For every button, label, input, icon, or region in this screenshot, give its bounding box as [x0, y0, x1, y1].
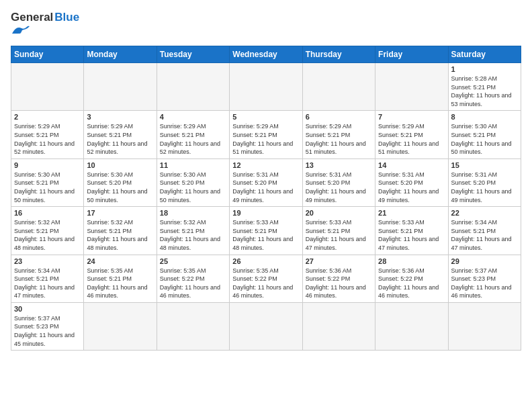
day-info: Sunrise: 5:31 AMSunset: 5:20 PMDaylight:… — [306, 171, 372, 204]
calendar-day: 16Sunrise: 5:32 AMSunset: 5:21 PMDayligh… — [11, 207, 84, 255]
day-number: 11 — [160, 161, 226, 169]
logo-bird-icon — [11, 24, 31, 39]
day-info: Sunrise: 5:30 AMSunset: 5:21 PMDaylight:… — [14, 171, 81, 204]
calendar-day: 30Sunrise: 5:37 AMSunset: 5:23 PMDayligh… — [11, 302, 84, 350]
calendar-day: 8Sunrise: 5:30 AMSunset: 5:21 PMDaylight… — [448, 111, 521, 158]
day-info: Sunrise: 5:37 AMSunset: 5:23 PMDaylight:… — [14, 314, 81, 348]
calendar-day — [11, 63, 84, 111]
calendar-day: 11Sunrise: 5:30 AMSunset: 5:20 PMDayligh… — [157, 158, 229, 206]
day-info: Sunrise: 5:35 AMSunset: 5:21 PMDaylight:… — [87, 267, 153, 300]
day-number: 22 — [451, 209, 518, 217]
day-number: 3 — [87, 113, 153, 121]
day-info: Sunrise: 5:28 AMSunset: 5:21 PMDaylight:… — [451, 75, 518, 108]
calendar-day: 4Sunrise: 5:29 AMSunset: 5:21 PMDaylight… — [157, 111, 229, 158]
day-number: 23 — [14, 257, 81, 265]
day-info: Sunrise: 5:33 AMSunset: 5:21 PMDaylight:… — [378, 218, 445, 252]
day-number: 19 — [232, 209, 299, 217]
day-number: 14 — [378, 161, 445, 169]
day-number: 24 — [87, 257, 153, 265]
calendar-day: 24Sunrise: 5:35 AMSunset: 5:21 PMDayligh… — [84, 255, 157, 302]
day-info: Sunrise: 5:34 AMSunset: 5:21 PMDaylight:… — [451, 218, 518, 252]
day-number: 29 — [451, 257, 518, 265]
header: General Blue — [11, 11, 521, 39]
day-number: 10 — [87, 161, 153, 169]
weekday-header-friday: Friday — [375, 46, 448, 63]
calendar-day: 27Sunrise: 5:36 AMSunset: 5:22 PMDayligh… — [302, 255, 375, 302]
day-number: 15 — [451, 161, 518, 169]
day-info: Sunrise: 5:31 AMSunset: 5:20 PMDaylight:… — [232, 171, 299, 204]
weekday-header-sunday: Sunday — [11, 46, 84, 63]
calendar-day — [157, 302, 229, 350]
day-number: 5 — [232, 113, 299, 121]
calendar-day: 23Sunrise: 5:34 AMSunset: 5:21 PMDayligh… — [11, 255, 84, 302]
calendar-day: 29Sunrise: 5:37 AMSunset: 5:23 PMDayligh… — [448, 255, 521, 302]
day-info: Sunrise: 5:34 AMSunset: 5:21 PMDaylight:… — [14, 267, 81, 300]
calendar-day: 19Sunrise: 5:33 AMSunset: 5:21 PMDayligh… — [230, 207, 302, 255]
day-number: 20 — [306, 209, 372, 217]
calendar-day: 3Sunrise: 5:29 AMSunset: 5:21 PMDaylight… — [84, 111, 157, 158]
calendar-day: 13Sunrise: 5:31 AMSunset: 5:20 PMDayligh… — [302, 158, 375, 206]
calendar-day: 14Sunrise: 5:31 AMSunset: 5:20 PMDayligh… — [375, 158, 448, 206]
day-info: Sunrise: 5:29 AMSunset: 5:21 PMDaylight:… — [14, 122, 81, 156]
calendar-day: 1Sunrise: 5:28 AMSunset: 5:21 PMDaylight… — [448, 63, 521, 111]
day-info: Sunrise: 5:33 AMSunset: 5:21 PMDaylight:… — [232, 218, 299, 252]
day-number: 7 — [378, 113, 445, 121]
calendar-day: 5Sunrise: 5:29 AMSunset: 5:21 PMDaylight… — [230, 111, 302, 158]
day-info: Sunrise: 5:29 AMSunset: 5:21 PMDaylight:… — [87, 122, 153, 156]
day-number: 18 — [160, 209, 226, 217]
day-number: 21 — [378, 209, 445, 217]
calendar-day: 7Sunrise: 5:29 AMSunset: 5:21 PMDaylight… — [375, 111, 448, 158]
day-info: Sunrise: 5:35 AMSunset: 5:22 PMDaylight:… — [160, 267, 226, 300]
calendar-day: 21Sunrise: 5:33 AMSunset: 5:21 PMDayligh… — [375, 207, 448, 255]
calendar-day — [84, 63, 157, 111]
day-info: Sunrise: 5:29 AMSunset: 5:21 PMDaylight:… — [232, 122, 299, 156]
calendar-day: 2Sunrise: 5:29 AMSunset: 5:21 PMDaylight… — [11, 111, 84, 158]
logo: General Blue — [11, 11, 79, 39]
weekday-header-tuesday: Tuesday — [157, 46, 229, 63]
logo-general: General — [11, 11, 53, 24]
day-number: 13 — [306, 161, 372, 169]
day-info: Sunrise: 5:37 AMSunset: 5:23 PMDaylight:… — [451, 267, 518, 300]
day-info: Sunrise: 5:36 AMSunset: 5:22 PMDaylight:… — [378, 267, 445, 300]
calendar-day: 22Sunrise: 5:34 AMSunset: 5:21 PMDayligh… — [448, 207, 521, 255]
calendar-day — [375, 302, 448, 350]
calendar-day: 6Sunrise: 5:29 AMSunset: 5:21 PMDaylight… — [302, 111, 375, 158]
day-number: 4 — [160, 113, 226, 121]
calendar-day: 20Sunrise: 5:33 AMSunset: 5:21 PMDayligh… — [302, 207, 375, 255]
calendar-day: 28Sunrise: 5:36 AMSunset: 5:22 PMDayligh… — [375, 255, 448, 302]
calendar-day — [84, 302, 157, 350]
calendar-day — [230, 302, 302, 350]
calendar-day — [230, 63, 302, 111]
day-info: Sunrise: 5:32 AMSunset: 5:21 PMDaylight:… — [160, 218, 226, 252]
day-info: Sunrise: 5:31 AMSunset: 5:20 PMDaylight:… — [378, 171, 445, 204]
day-info: Sunrise: 5:29 AMSunset: 5:21 PMDaylight:… — [160, 122, 226, 156]
calendar-day — [375, 63, 448, 111]
day-info: Sunrise: 5:30 AMSunset: 5:21 PMDaylight:… — [451, 122, 518, 156]
calendar: SundayMondayTuesdayWednesdayThursdayFrid… — [11, 46, 521, 351]
day-number: 2 — [14, 113, 81, 121]
weekday-header-thursday: Thursday — [302, 46, 375, 63]
day-number: 12 — [232, 161, 299, 169]
calendar-day: 25Sunrise: 5:35 AMSunset: 5:22 PMDayligh… — [157, 255, 229, 302]
weekday-header-saturday: Saturday — [448, 46, 521, 63]
calendar-day: 26Sunrise: 5:35 AMSunset: 5:22 PMDayligh… — [230, 255, 302, 302]
calendar-day — [302, 302, 375, 350]
day-info: Sunrise: 5:30 AMSunset: 5:20 PMDaylight:… — [87, 171, 153, 204]
calendar-day: 12Sunrise: 5:31 AMSunset: 5:20 PMDayligh… — [230, 158, 302, 206]
weekday-header-monday: Monday — [84, 46, 157, 63]
calendar-day — [157, 63, 229, 111]
day-number: 28 — [378, 257, 445, 265]
weekday-header-wednesday: Wednesday — [230, 46, 302, 63]
calendar-day: 18Sunrise: 5:32 AMSunset: 5:21 PMDayligh… — [157, 207, 229, 255]
logo-blue: Blue — [54, 11, 79, 24]
day-number: 26 — [232, 257, 299, 265]
day-number: 6 — [306, 113, 372, 121]
day-number: 17 — [87, 209, 153, 217]
calendar-day: 17Sunrise: 5:32 AMSunset: 5:21 PMDayligh… — [84, 207, 157, 255]
day-number: 16 — [14, 209, 81, 217]
day-info: Sunrise: 5:30 AMSunset: 5:20 PMDaylight:… — [160, 171, 226, 204]
calendar-day: 9Sunrise: 5:30 AMSunset: 5:21 PMDaylight… — [11, 158, 84, 206]
day-info: Sunrise: 5:32 AMSunset: 5:21 PMDaylight:… — [87, 218, 153, 252]
day-number: 30 — [14, 305, 81, 313]
day-info: Sunrise: 5:32 AMSunset: 5:21 PMDaylight:… — [14, 218, 81, 252]
